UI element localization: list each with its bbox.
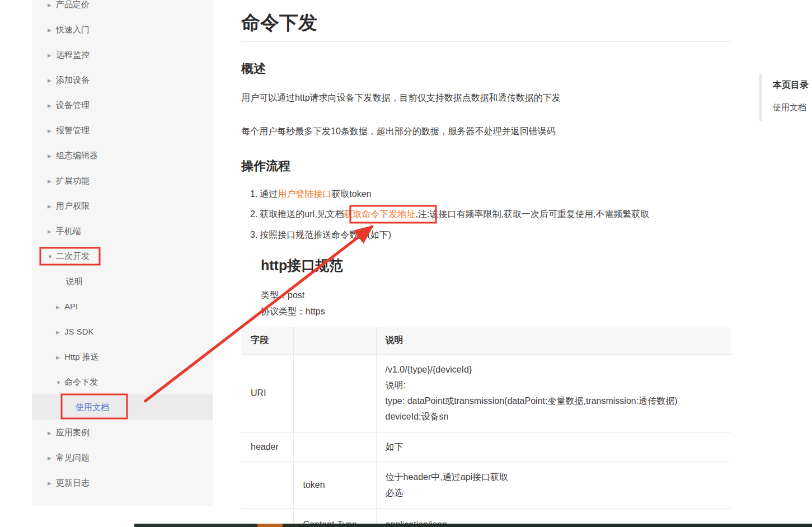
- col-header-field: 字段: [241, 327, 293, 354]
- sidebar-item-secondary-development[interactable]: 二次开发: [32, 243, 213, 269]
- overview-paragraph-2: 每个用户每秒最多下发10条数据，超出部分的数据，服务器不处理并返回错误码: [241, 126, 556, 138]
- sidebar: 产品定价 快速入门 远程监控 添加设备 设备管理 报警管理 组态编辑器 扩展功能…: [32, 0, 213, 506]
- toc-title: 本页目录: [773, 79, 809, 91]
- http-spec-heading: http接口规范: [261, 256, 343, 275]
- triangle-right-icon: [48, 219, 56, 244]
- overview-paragraph-1: 用户可以通过http请求向设备下发数据，目前仅支持数据点数据和透传数据的下发: [241, 92, 561, 104]
- flow-step-2: 2.获取推送的url,见文档获取命令下发地址,注:该接口有频率限制,获取一次后可…: [250, 209, 649, 220]
- triangle-down-icon: [48, 244, 56, 270]
- triangle-right-icon: [56, 345, 64, 370]
- spec-type-line: 类型：post: [261, 290, 304, 302]
- table-row-uri: URI /v1.0/{type}/{deviceId} 说明: type: da…: [241, 354, 731, 432]
- sidebar-item-add-device[interactable]: 添加设备: [32, 67, 213, 92]
- col-header-desc: 说明: [376, 327, 731, 354]
- overview-heading: 概述: [241, 60, 266, 77]
- triangle-right-icon: [48, 144, 56, 169]
- get-command-url-link[interactable]: 获取命令下发地址: [344, 209, 416, 219]
- triangle-right-icon: [48, 446, 56, 471]
- col-header-sub: [293, 327, 376, 354]
- triangle-right-icon: [48, 18, 56, 43]
- triangle-right-icon: [48, 119, 56, 144]
- flow-step-1: 1.通过用户登陆接口获取token: [250, 189, 371, 200]
- sidebar-item-http-push[interactable]: Http 推送: [32, 344, 213, 369]
- bottom-bar-dark-segment: [134, 524, 257, 527]
- spec-protocol-line: 协议类型：https: [261, 306, 325, 318]
- triangle-right-icon: [56, 320, 64, 345]
- sidebar-item-usage-doc[interactable]: 使用文档: [32, 394, 213, 420]
- bottom-bar-dark-segment-2: [283, 524, 812, 527]
- sidebar-item-api[interactable]: API: [32, 294, 213, 319]
- sidebar-item-device-management[interactable]: 设备管理: [32, 92, 213, 117]
- sidebar-item-remote-monitoring[interactable]: 远程监控: [32, 42, 213, 67]
- triangle-right-icon: [48, 0, 56, 18]
- sidebar-item-product-pricing[interactable]: 产品定价: [32, 0, 213, 17]
- table-row-header: header 如下: [241, 432, 731, 462]
- triangle-right-icon: [48, 43, 56, 68]
- page-title: 命令下发: [241, 10, 317, 36]
- sidebar-item-user-permissions[interactable]: 用户权限: [32, 193, 213, 218]
- table-header-row: 字段 说明: [241, 327, 731, 354]
- sidebar-item-application-cases[interactable]: 应用案例: [32, 420, 213, 445]
- sidebar-item-description[interactable]: 说明: [32, 269, 213, 294]
- sidebar-item-alarm-management[interactable]: 报警管理: [32, 117, 213, 143]
- triangle-right-icon: [48, 68, 56, 93]
- http-spec-table: 字段 说明 URI /v1.0/{type}/{deviceId} 说明: ty…: [241, 327, 731, 527]
- sidebar-item-js-sdk[interactable]: JS SDK: [32, 319, 213, 344]
- sidebar-item-quick-start[interactable]: 快速入门: [32, 17, 213, 42]
- title-divider: [241, 41, 731, 42]
- sidebar-item-mobile[interactable]: 手机端: [32, 218, 213, 243]
- triangle-right-icon: [48, 194, 56, 219]
- sidebar-item-faq[interactable]: 常见问题: [32, 445, 213, 470]
- triangle-down-icon: [56, 370, 64, 396]
- triangle-right-icon: [48, 471, 56, 496]
- page: 产品定价 快速入门 远程监控 添加设备 设备管理 报警管理 组态编辑器 扩展功能…: [0, 0, 812, 527]
- flow-step-3: 3.按照接口规范推送命令数据(如下): [250, 229, 391, 241]
- sidebar-item-changelog[interactable]: 更新日志: [32, 470, 213, 495]
- toc-item-usage-doc[interactable]: 使用文档: [773, 102, 806, 113]
- triangle-right-icon: [48, 169, 56, 194]
- triangle-right-icon: [56, 295, 64, 320]
- sidebar-item-scada-editor[interactable]: 组态编辑器: [32, 143, 213, 168]
- toc-vertical-bar: [759, 74, 762, 121]
- bottom-bar-orange-segment: [257, 524, 283, 527]
- sidebar-item-extended-features[interactable]: 扩展功能: [32, 168, 213, 193]
- triangle-right-icon: [48, 93, 56, 119]
- flow-heading: 操作流程: [241, 158, 290, 175]
- sidebar-item-command-send[interactable]: 命令下发: [32, 369, 213, 394]
- triangle-right-icon: [48, 421, 56, 446]
- user-login-api-link[interactable]: 用户登陆接口: [278, 189, 331, 199]
- table-row-token: token 位于header中,通过api接口获取 必选: [241, 462, 731, 508]
